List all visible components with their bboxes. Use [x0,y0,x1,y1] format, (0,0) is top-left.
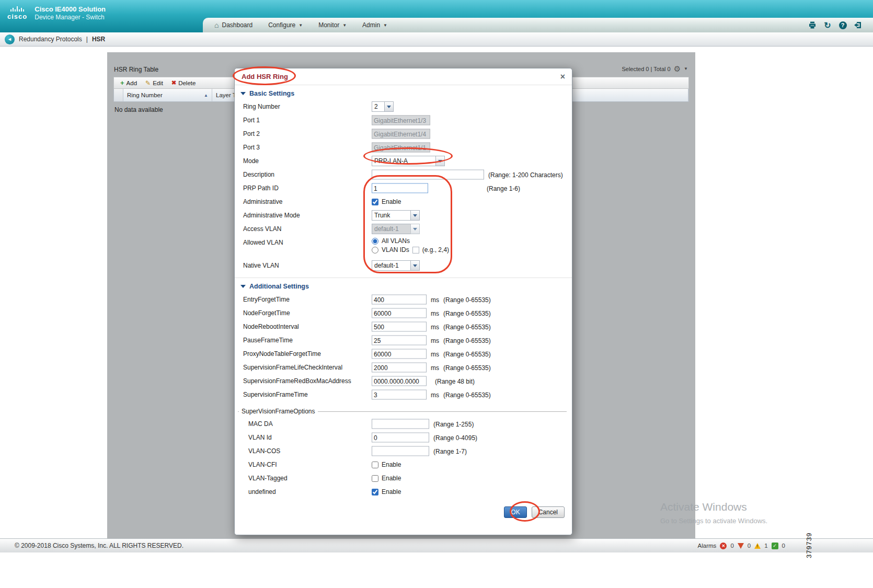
vlan-cfi-label: VLAN-CFI [248,461,277,468]
chevron-down-icon[interactable]: ▼ [684,66,688,71]
chevron-down-icon[interactable] [384,101,394,112]
administrative-enable-checkbox[interactable]: Enable [372,198,401,205]
all-vlans-radio-input[interactable] [372,238,378,245]
undefined-label: undefined [248,488,276,495]
vlan-cfi-enable-checkbox-input[interactable] [372,462,378,468]
vlan-cfi-enable-checkbox[interactable]: Enable [372,461,401,468]
supervision-frame-time-input[interactable] [372,390,427,400]
supervision-frame-red-box-mac-address-input[interactable] [372,376,427,386]
range-note: (Range 0-65535) [443,391,491,398]
form-row: VLAN-CFI Enable [238,458,567,471]
basic-settings-section-header[interactable]: Basic Settings [235,87,572,100]
back-icon[interactable]: ◄ [5,34,15,44]
mode-select[interactable]: PRP-LAN-A [372,156,445,166]
form-row: Administrative Mode Trunk [235,209,572,222]
entry-forget-time-label: EntryForgetTime [243,296,290,303]
warning-alarm-icon[interactable]: ! [754,543,761,549]
page: cisco Cisco IE4000 Solution Device Manag… [0,0,873,588]
unit-label: ms [431,309,439,317]
nav-item-configure[interactable]: Configure ▼ [268,21,303,29]
native-vlan-select[interactable]: default-1 [372,260,420,271]
form-row: MAC DA (Range 1-255) [238,417,567,431]
node-forget-time-input[interactable] [372,308,427,318]
form-row: Description (Range: 1-200 Characters) [235,168,572,181]
gear-icon[interactable]: ⚙ [674,65,681,73]
form-row: undefined Enable [238,485,567,499]
sort-asc-icon: ▲ [204,93,208,98]
administrative-label: Administrative [243,198,282,205]
entry-forget-time-input[interactable] [372,295,427,305]
ok-button[interactable]: OK [504,506,526,518]
ok-status-count: 0 [782,543,785,549]
nav-item-admin[interactable]: Admin ▼ [362,21,387,29]
supervision-frame-life-check-interval-label: SupervisionFrameLifeCheckInterval [243,364,342,371]
form-row: Native VLAN default-1 [235,259,572,272]
undefined-enable-checkbox-input[interactable] [372,489,378,495]
prp-path-id-input[interactable] [372,183,428,193]
add-button[interactable]: + Add [117,79,141,87]
section-divider [235,278,572,278]
major-alarm-icon[interactable] [738,543,744,549]
unit-label: ms [431,391,439,398]
delete-icon: ✖ [171,80,176,86]
pause-frame-time-label: PauseFrameTime [243,337,293,344]
close-icon[interactable]: × [560,73,565,81]
vlan-ids-radio[interactable]: VLAN IDs (e.g., 2,4) [372,246,449,253]
top-nav: ⌂ Dashboard Configure ▼ Monitor ▼ Admin … [203,18,873,32]
pause-frame-time-input[interactable] [372,336,427,345]
chevron-down-icon[interactable] [410,210,420,221]
node-reboot-interval-label: NodeRebootInterval [243,323,299,330]
form-row: PauseFrameTime ms (Range 0-65535) [235,333,572,347]
vlan-ids-example-note: (e.g., 2,4) [422,246,449,253]
vlan-tagged-enable-checkbox[interactable]: Enable [372,475,401,482]
dialog-button-bar: OK Cancel [504,506,565,518]
critical-alarm-icon[interactable]: ✕ [720,543,727,549]
vlan-ids-radio-input[interactable] [372,247,378,253]
form-row: Port 1 [235,113,572,127]
print-icon[interactable] [808,20,817,30]
administrative-mode-label: Administrative Mode [243,212,300,219]
delete-button[interactable]: ✖ Delete [168,79,199,87]
all-vlans-label: All VLANs [382,237,410,245]
vlan-ids-input[interactable] [412,247,419,253]
administrative-enable-checkbox-input[interactable] [372,199,378,205]
chevron-down-icon[interactable] [410,260,420,271]
ring-number-label: Ring Number [243,103,280,110]
node-reboot-interval-input[interactable] [372,322,427,332]
port2-label: Port 2 [243,130,260,137]
port1-input [372,116,430,125]
selection-summary: Selected 0 | Total 0 ⚙ ▼ [622,65,688,73]
all-vlans-radio[interactable]: All VLANs [372,237,410,245]
edit-button[interactable]: ✎ Edit [142,79,167,87]
undefined-enable-checkbox[interactable]: Enable [372,488,401,495]
cancel-button[interactable]: Cancel [532,506,565,518]
vlan-cos-input[interactable] [372,446,429,456]
chevron-down-icon: ▼ [298,23,303,28]
supervision-frame-life-check-interval-input[interactable] [372,363,427,373]
description-input[interactable] [372,170,484,180]
logout-icon[interactable] [853,20,863,30]
form-row: Administrative Enable [235,195,572,209]
chevron-down-icon[interactable] [435,156,445,166]
help-icon[interactable]: ? [838,20,847,30]
vlan-id-input[interactable] [372,433,429,443]
administrative-mode-select[interactable]: Trunk [372,210,420,221]
additional-settings-section-header[interactable]: Additional Settings [235,280,572,293]
nav-item-dashboard[interactable]: ⌂ Dashboard [214,21,252,29]
pencil-icon: ✎ [145,80,151,86]
form-row: Access VLAN default-1 [235,222,572,236]
unit-label: ms [431,296,439,303]
ok-status-icon[interactable]: ✓ [772,543,778,549]
nav-item-monitor[interactable]: Monitor ▼ [318,21,347,29]
refresh-icon[interactable]: ↻ [823,20,832,30]
copyright-text: © 2009-2018 Cisco Systems, Inc. ALL RIGH… [15,542,183,549]
cisco-logo: cisco [7,6,27,20]
range-note: (Range 0-65535) [443,337,491,344]
ring-number-select[interactable]: 2 [372,101,394,112]
proxy-node-table-forget-time-input[interactable] [372,349,427,359]
breadcrumb-section[interactable]: Redundancy Protocols [19,36,82,43]
vlan-tagged-label: VLAN-Tagged [248,475,288,482]
mac-da-input[interactable] [372,419,429,429]
vlan-tagged-enable-checkbox-input[interactable] [372,475,378,482]
column-header-ring-number[interactable]: Ring Number ▲ [123,89,212,101]
